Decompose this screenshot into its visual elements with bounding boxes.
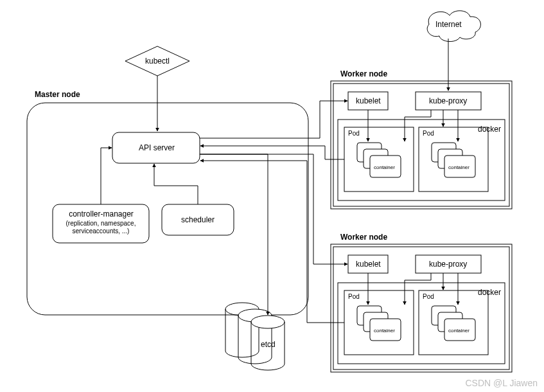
- worker1-title: Worker node: [340, 69, 387, 78]
- w1-kubelet: kubelet: [356, 96, 381, 105]
- controller-title: controller-manager: [64, 209, 138, 218]
- svg-rect-0: [27, 103, 308, 315]
- internet-label: Internet: [435, 20, 462, 29]
- svg-point-6: [251, 316, 285, 328]
- w1-kubeproxy: kube-proxy: [429, 96, 467, 105]
- w1-docker: docker: [478, 125, 501, 134]
- w2-docker: docker: [478, 288, 501, 297]
- worker2-title: Worker node: [340, 233, 387, 242]
- scheduler-label: scheduler: [181, 215, 215, 224]
- master-title: Master node: [35, 90, 80, 99]
- w1-c2: container: [448, 165, 469, 170]
- w2-pod2: Pod: [423, 293, 434, 300]
- w2-c1: container: [374, 328, 395, 334]
- watermark: CSDN @L Jiawen: [465, 378, 538, 388]
- w2-c2: container: [448, 328, 469, 334]
- w1-pod1: Pod: [348, 130, 360, 137]
- kubectl-label: kubectl: [145, 57, 170, 66]
- w2-pod1: Pod: [348, 293, 360, 300]
- w2-kubeproxy: kube-proxy: [429, 260, 467, 269]
- api-server-label: API server: [139, 143, 175, 152]
- w2-kubelet: kubelet: [356, 260, 381, 269]
- controller-sub: (replication, namespace, serviceaccounts…: [55, 220, 146, 235]
- w1-pod2: Pod: [423, 130, 434, 137]
- etcd-label: etcd: [261, 340, 276, 349]
- w1-c1: container: [374, 165, 395, 170]
